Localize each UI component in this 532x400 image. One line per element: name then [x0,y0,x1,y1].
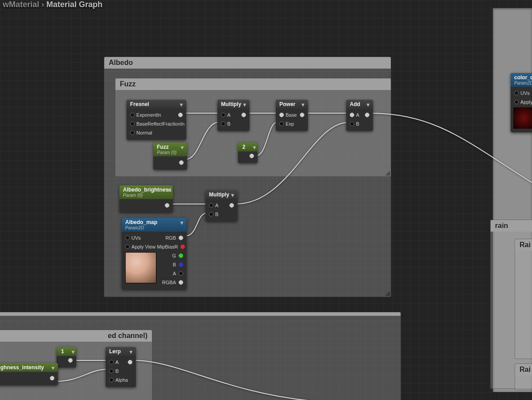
pin-label: Base [286,112,297,118]
input-pin[interactable] [109,378,114,382]
node-subtitle: Param2D [514,81,532,86]
output-pin[interactable] [250,154,254,158]
node-albedo-map[interactable]: Albedo_map Param2D ▾ UVsRGB Apply View M… [122,218,187,290]
chevron-down-icon[interactable]: ▾ [229,192,236,198]
output-pin[interactable] [180,245,185,249]
output-pin[interactable] [178,113,183,117]
input-pin[interactable] [221,122,225,126]
node-albedo-brightness[interactable]: Albedo_brightness Param (0) ▾ [119,185,173,212]
output-pin[interactable] [68,358,73,363]
chevron-down-icon[interactable]: ▾ [300,102,306,108]
chevron-down-icon[interactable]: ▾ [165,187,171,193]
comment-title[interactable]: Fuzz [115,78,391,90]
comment-title[interactable] [0,312,401,316]
output-pin[interactable] [165,203,169,208]
chevron-down-icon[interactable]: ▾ [72,349,74,355]
node-header[interactable]: color_ch Param2D [511,73,532,87]
input-pin[interactable] [130,122,135,126]
node-title: Multiply [221,101,241,107]
output-pin[interactable] [179,280,183,285]
chevron-down-icon[interactable]: ▾ [241,102,248,108]
input-pin[interactable] [109,369,114,373]
node-multiply[interactable]: Multiply ▾ A B [217,100,250,131]
node-header[interactable]: Add ▾ [346,100,373,109]
node-header[interactable]: Lerp ▾ [106,347,136,356]
texture-thumbnail[interactable] [513,107,532,129]
input-pin[interactable] [130,131,135,135]
node-header[interactable]: e_roughness_intensity ▾ [0,363,58,372]
input-pin[interactable] [125,236,130,240]
pin-label: UVs [131,235,141,241]
node-multiply[interactable]: Multiply ▾ A B [205,190,237,221]
pin-label: A [356,112,359,118]
node-color-ch[interactable]: color_ch Param2D UVs Apply V [511,73,532,132]
node-header[interactable]: Fuzz Param (0) ▾ [153,143,187,156]
input-pin[interactable] [125,245,130,249]
node-fuzz-param[interactable]: Fuzz Param (0) ▾ [153,143,187,170]
input-pin[interactable] [279,122,284,126]
output-pin[interactable] [241,113,246,117]
comment-title[interactable]: rain [491,220,532,232]
pin-label: Exp [286,121,294,127]
chevron-down-icon[interactable]: ▾ [179,220,185,226]
node-header[interactable]: Multiply ▾ [205,190,237,199]
output-pin[interactable] [300,113,304,117]
node-title: Fuzz [157,144,169,150]
output-pin[interactable] [179,253,183,258]
comment-rai2[interactable]: Rai [515,363,532,390]
node-header[interactable]: Power ▾ [276,100,308,109]
output-pin[interactable] [50,376,54,380]
resize-handle[interactable] [385,171,390,176]
comment-title[interactable]: ed channel) [0,330,152,342]
pin-label: UVs [520,90,530,96]
output-pin[interactable] [179,262,183,267]
pin-label: Normal [136,130,152,135]
pin-label: RGB [165,235,177,241]
comment-title[interactable]: Rai [515,239,532,251]
breadcrumb-current: Material Graph [46,0,102,9]
node-roughness-intensity[interactable]: e_roughness_intensity ▾ [0,363,58,385]
input-pin[interactable] [209,203,213,208]
output-pin[interactable] [179,271,183,276]
node-header[interactable]: Albedo_map Param2D ▾ [122,218,187,232]
comment-title[interactable]: Albedo [104,57,391,69]
node-power[interactable]: Power ▾ Base Exp [276,100,308,131]
output-pin[interactable] [128,360,132,364]
node-title: e_roughness_intensity [0,364,44,371]
node-fresnel[interactable]: Fresnel ▾ ExponentIn BaseReflectFraction… [127,100,186,140]
comment-rai[interactable]: Rai [515,239,532,359]
node-header[interactable]: Albedo_brightness Param (0) ▾ [119,185,173,199]
resize-handle[interactable] [385,291,390,296]
input-pin[interactable] [279,113,284,117]
input-pin[interactable] [209,212,213,216]
comment-title[interactable]: Rai [515,364,532,376]
output-pin[interactable] [229,203,234,208]
pin-label: G [172,253,177,258]
node-header[interactable]: Multiply ▾ [217,100,250,109]
node-header[interactable]: 2 ▾ [238,143,258,151]
output-pin[interactable] [179,160,184,165]
node-header[interactable]: 1 ▾ [57,347,76,356]
chevron-down-icon[interactable]: ▾ [179,144,185,151]
chevron-down-icon[interactable]: ▾ [365,102,371,108]
input-pin[interactable] [350,113,354,117]
input-pin[interactable] [350,122,354,126]
chevron-down-icon[interactable]: ▾ [128,349,134,355]
input-pin[interactable] [130,113,135,117]
node-constant-2[interactable]: 2 ▾ [238,143,258,163]
input-pin[interactable] [514,100,519,104]
breadcrumb-prev[interactable]: wMaterial [3,0,39,9]
input-pin[interactable] [514,91,519,95]
chevron-down-icon[interactable]: ▾ [178,102,184,108]
node-constant-1[interactable]: 1 ▾ [57,347,76,367]
output-pin[interactable] [365,113,369,117]
output-pin[interactable] [179,236,183,240]
node-header[interactable]: Fresnel ▾ [127,100,186,109]
input-pin[interactable] [109,360,114,364]
input-pin[interactable] [221,113,225,117]
texture-thumbnail[interactable] [125,252,156,283]
node-add[interactable]: Add ▾ A B [346,100,373,131]
node-lerp[interactable]: Lerp ▾ A B Alpha [106,347,136,387]
chevron-down-icon[interactable]: ▾ [253,144,256,151]
chevron-down-icon[interactable]: ▾ [50,365,56,371]
